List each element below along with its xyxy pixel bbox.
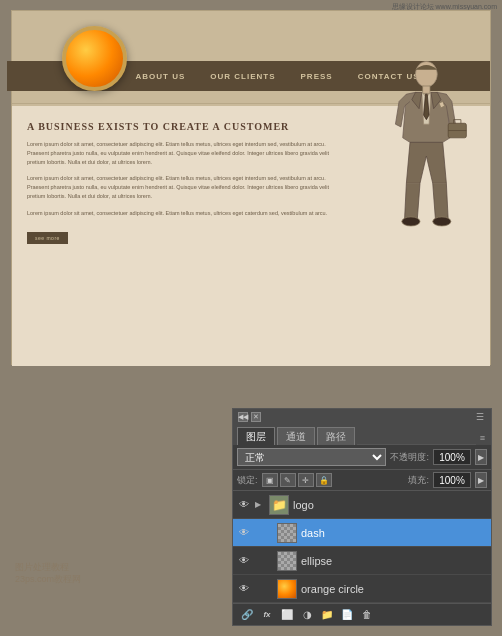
panel-options-btn[interactable]: ≡ — [478, 433, 487, 445]
layer-ellipse[interactable]: 👁 ellipse — [233, 547, 491, 575]
layer-thumb-ellipse — [277, 551, 297, 571]
lock-label: 锁定: — [237, 474, 258, 487]
man-illustration — [365, 56, 475, 256]
layer-name-logo: logo — [293, 499, 487, 511]
site-content: A BUSINESS EXISTS TO CREATE A CUSTOMER L… — [12, 106, 490, 366]
layer-name-dash: dash — [301, 527, 487, 539]
lorem-text-3: Lorem ipsum dolor sit amet, consectetuer… — [27, 209, 345, 218]
lorem-text-2: Lorem ipsum dolor sit amet, consectetuer… — [27, 174, 345, 200]
layer-thumb-orange — [277, 579, 297, 599]
svg-point-4 — [402, 217, 420, 226]
lock-all-btn[interactable]: 🔒 — [316, 473, 332, 487]
tab-channels[interactable]: 通道 — [277, 427, 315, 445]
layer-name-ellipse: ellipse — [301, 555, 487, 567]
ps-bottom-bar: 🔗 fx ⬜ ◑ 📁 📄 🗑 — [233, 603, 491, 625]
ps-lock-row: 锁定: ▣ ✎ ✛ 🔒 填充: 100% ▶ — [233, 470, 491, 491]
lock-position-btn[interactable]: ✎ — [280, 473, 296, 487]
link-layers-btn[interactable]: 🔗 — [239, 607, 255, 623]
new-layer-btn[interactable]: 📄 — [339, 607, 355, 623]
lorem-block-3: Lorem ipsum dolor sit amet, consectetuer… — [27, 209, 345, 218]
lorem-block-2: Lorem ipsum dolor sit amet, consectetuer… — [27, 174, 345, 200]
tab-layers[interactable]: 图层 — [237, 427, 275, 445]
website-preview: HOME ABOUT US OUR CLIENTS PRESS CONTACT … — [11, 10, 491, 365]
tab-paths[interactable]: 路径 — [317, 427, 355, 445]
watermark-line1: 图片处理教程 — [15, 561, 81, 574]
layer-eye-orange[interactable]: 👁 — [237, 582, 251, 596]
ps-layers-list: 👁 ▶ 📁 logo 👁 dash 👁 ellipse — [233, 491, 491, 603]
lorem-block-1: Lorem ipsum dolor sit amet, consectetuer… — [27, 140, 345, 166]
adjustment-btn[interactable]: ◑ — [299, 607, 315, 623]
lock-move-btn[interactable]: ✛ — [298, 473, 314, 487]
fill-value[interactable]: 100% — [433, 472, 471, 488]
opacity-arrow[interactable]: ▶ — [475, 449, 487, 465]
content-left: A BUSINESS EXISTS TO CREATE A CUSTOMER L… — [27, 116, 345, 358]
layer-name-orange: orange circle — [301, 583, 487, 595]
ps-tabs: 图层 通道 路径 ≡ — [233, 425, 491, 445]
nav-about[interactable]: ABOUT US — [136, 72, 186, 81]
ps-expand-btn[interactable]: ◀◀ — [238, 412, 248, 422]
fx-btn[interactable]: fx — [259, 607, 275, 623]
layer-thumb-dash — [277, 523, 297, 543]
lock-pixels-btn[interactable]: ▣ — [262, 473, 278, 487]
layer-thumb-logo: 📁 — [269, 495, 289, 515]
ps-lock-icons: ▣ ✎ ✛ 🔒 — [262, 473, 332, 487]
ps-collapse-btn[interactable]: ✕ — [251, 412, 261, 422]
ps-blend-row: 正常 不透明度: 100% ▶ — [233, 445, 491, 470]
ps-bottom-icons: 🔗 fx ⬜ ◑ 📁 📄 🗑 — [239, 607, 375, 623]
lorem-text-1: Lorem ipsum dolor sit amet, consectetuer… — [27, 140, 345, 166]
ps-panel: ◀◀ ✕ ☰ 图层 通道 路径 ≡ 正常 不透明度: 100% ▶ 锁定: ▣ … — [232, 408, 492, 626]
content-right — [355, 116, 475, 358]
fill-arrow[interactable]: ▶ — [475, 472, 487, 488]
ps-menu-btn[interactable]: ☰ — [474, 412, 486, 422]
ps-header-controls: ◀◀ ✕ — [238, 412, 261, 422]
blend-mode-select[interactable]: 正常 — [237, 448, 386, 466]
site-headline: A BUSINESS EXISTS TO CREATE A CUSTOMER — [27, 121, 345, 132]
nav-press[interactable]: PRESS — [301, 72, 333, 81]
opacity-value[interactable]: 100% — [433, 449, 471, 465]
group-btn[interactable]: 📁 — [319, 607, 335, 623]
logo-circle — [62, 26, 127, 91]
layer-arrow-logo[interactable]: ▶ — [255, 500, 265, 509]
nav-clients[interactable]: OUR CLIENTS — [210, 72, 275, 81]
layer-logo[interactable]: 👁 ▶ 📁 logo — [233, 491, 491, 519]
layer-eye-ellipse[interactable]: 👁 — [237, 554, 251, 568]
delete-layer-btn[interactable]: 🗑 — [359, 607, 375, 623]
mask-btn[interactable]: ⬜ — [279, 607, 295, 623]
ps-panel-titlebar: ◀◀ ✕ ☰ — [233, 409, 491, 425]
svg-rect-1 — [423, 86, 430, 93]
see-more-button[interactable]: see more — [27, 232, 68, 244]
fill-label: 填充: — [408, 474, 429, 487]
layer-eye-logo[interactable]: 👁 — [237, 498, 251, 512]
watermark: 图片处理教程 23ps.com教程网 — [15, 561, 81, 586]
opacity-label: 不透明度: — [390, 451, 429, 464]
layer-dash[interactable]: 👁 dash — [233, 519, 491, 547]
layer-eye-dash[interactable]: 👁 — [237, 526, 251, 540]
watermark-line2: 23ps.com教程网 — [15, 573, 81, 586]
svg-point-5 — [433, 217, 451, 226]
layer-orange-circle[interactable]: 👁 orange circle — [233, 575, 491, 603]
